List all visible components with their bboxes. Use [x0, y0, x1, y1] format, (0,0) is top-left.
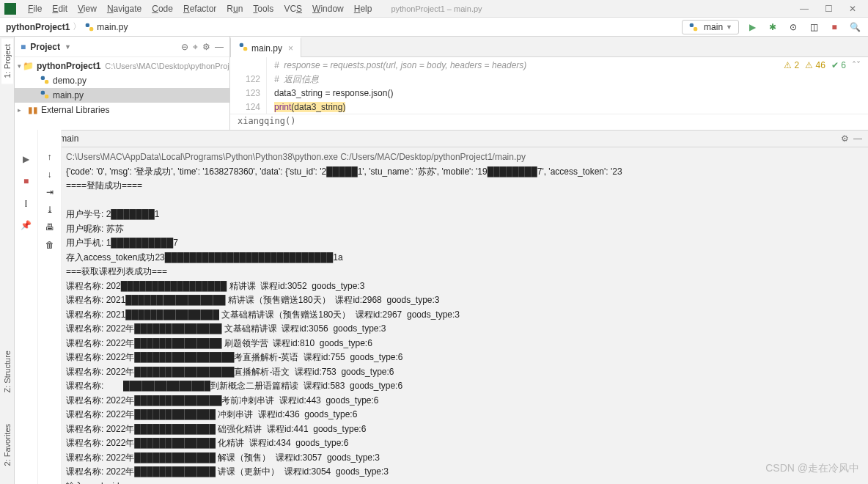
run-coverage-button[interactable]: ⊙	[786, 20, 801, 34]
svg-rect-3	[694, 27, 697, 31]
nav-bar: pythonProject1 〉 main.py main ▼ ▶ ✱ ⊙ ◫ …	[0, 18, 868, 37]
chevron-right-icon: ▸	[18, 106, 26, 114]
watermark: CSDN @走在冷风中	[765, 462, 859, 475]
menu-refactor[interactable]: Refactor	[179, 2, 221, 15]
menubar: File Edit View Navigate Code Refactor Ru…	[0, 0, 868, 18]
editor-tabbar: main.py ×	[230, 37, 868, 57]
chevron-down-icon: ▼	[726, 23, 732, 31]
menu-help[interactable]: Help	[350, 2, 377, 15]
tree-ext-label: External Libraries	[41, 105, 109, 115]
menu-window[interactable]: Window	[308, 2, 348, 15]
tree-ext-libs[interactable]: ▸ ▮▮ External Libraries	[15, 103, 229, 117]
scroll-button[interactable]: ⤓	[46, 205, 54, 215]
chevron-down-icon: ▾	[18, 62, 21, 70]
left-toolwindow-bar: 1: Project	[0, 37, 15, 130]
python-file-icon	[238, 42, 249, 54]
python-file-icon	[84, 22, 95, 32]
menu-run[interactable]: Run	[222, 2, 247, 15]
run-config-select[interactable]: main ▼	[682, 20, 739, 34]
profile-button[interactable]: ◫	[806, 20, 821, 34]
code-lines[interactable]: # response = requests.post(url, json = b…	[267, 57, 868, 114]
tree-file-name: main.py	[53, 90, 84, 100]
debug-button[interactable]: ✱	[765, 20, 780, 34]
gutter: 122 123 124	[230, 57, 267, 114]
svg-rect-6	[41, 90, 45, 94]
svg-rect-1	[89, 27, 93, 31]
up-button[interactable]: ↑	[48, 152, 52, 162]
editor-fn-crumb[interactable]: xiangqing()	[230, 114, 868, 130]
code-editor[interactable]: ⚠ 2 ⚠ 46 ✔ 6 ˄˅ 122 123 124 # response =…	[230, 57, 868, 114]
run-toolbar-left2: ↑ ↓ ⇥ ⤓ 🖶 🗑	[38, 130, 62, 484]
tree-root-name: pythonProject1	[37, 61, 100, 71]
tab-structure[interactable]: Z: Structure	[1, 345, 13, 398]
project-pane-header: ■ Project ▼ ⊖ ⌖ ⚙ —	[15, 37, 229, 57]
hide-icon[interactable]: —	[215, 42, 224, 52]
print-button[interactable]: 🖶	[45, 222, 54, 232]
tree-file-selected[interactable]: main.py	[15, 88, 229, 103]
minimize-icon[interactable]: —	[800, 4, 809, 14]
close-icon[interactable]: ✕	[849, 4, 856, 14]
editor-tab-main[interactable]: main.py ×	[230, 37, 301, 57]
menu-tools[interactable]: Tools	[249, 2, 278, 15]
run-toolbar-left: ▶ ■ ⫿ 📌	[15, 130, 38, 484]
svg-rect-8	[240, 43, 243, 47]
python-file-icon	[40, 75, 50, 87]
crumb-file[interactable]: main.py	[97, 22, 128, 32]
search-button[interactable]: 🔍	[847, 20, 862, 34]
rerun-button[interactable]: ▶	[19, 152, 34, 166]
tree-root-path: C:\Users\MAC\Desktop\pythonProject1	[105, 62, 229, 70]
tree-root[interactable]: ▾ 📁 pythonProject1 C:\Users\MAC\Desktop\…	[15, 59, 229, 73]
svg-rect-7	[45, 95, 48, 98]
run-config-name: main	[704, 22, 723, 32]
svg-rect-0	[86, 23, 89, 26]
run-button[interactable]: ▶	[745, 20, 760, 34]
tab-favorites[interactable]: 2: Favorites	[1, 418, 13, 472]
stop-button[interactable]: ■	[19, 174, 34, 188]
pin-button[interactable]: 📌	[19, 218, 34, 232]
window-title: pythonProject1 – main.py	[391, 4, 482, 13]
tree-file[interactable]: demo.py	[15, 73, 229, 88]
svg-rect-9	[243, 47, 247, 51]
editor-tab-label: main.py	[251, 43, 282, 54]
menu-file[interactable]: File	[23, 2, 46, 15]
wrap-button[interactable]: ⇥	[46, 187, 54, 197]
run-toolwindow: ▶ ■ ⫿ 📌 ↑ ↓ ⇥ ⤓ 🖶 🗑 C:\Users\MAC\AppData…	[0, 130, 868, 484]
down-button[interactable]: ↓	[48, 169, 52, 180]
tree-file-name: demo.py	[53, 76, 87, 86]
menu-vcs[interactable]: VCS	[279, 2, 306, 15]
gear-icon[interactable]: ⚙	[202, 42, 210, 52]
crumb-sep: 〉	[73, 21, 81, 33]
library-icon: ▮▮	[28, 105, 38, 115]
folder-icon: 📁	[23, 61, 34, 71]
python-file-icon	[40, 89, 50, 102]
layout-button[interactable]: ⫿	[19, 196, 34, 210]
clear-button[interactable]: 🗑	[45, 240, 54, 250]
app-logo-icon	[4, 3, 16, 15]
collapse-icon[interactable]: ⊖	[181, 42, 188, 52]
maximize-icon[interactable]: ☐	[825, 4, 833, 14]
menu-code[interactable]: Code	[147, 2, 177, 15]
console-output[interactable]: C:\Users\MAC\AppData\Local\Programs\Pyth…	[62, 130, 868, 484]
menu-navigate[interactable]: Navigate	[103, 2, 146, 15]
svg-rect-2	[690, 23, 694, 26]
main-area: 1: Project ■ Project ▼ ⊖ ⌖ ⚙ — ▾ 📁 pytho…	[0, 37, 868, 130]
project-view-icon: ■	[21, 42, 26, 52]
stop-button[interactable]: ■	[827, 20, 842, 34]
python-icon	[688, 22, 699, 32]
editor-pane: main.py × ⚠ 2 ⚠ 46 ✔ 6 ˄˅ 122 123 124 # …	[230, 37, 868, 130]
select-file-icon[interactable]: ⌖	[193, 42, 198, 52]
crumb-project[interactable]: pythonProject1	[6, 22, 70, 32]
tab-project[interactable]: 1: Project	[1, 38, 13, 84]
svg-rect-4	[41, 76, 45, 79]
project-tree[interactable]: ▾ 📁 pythonProject1 C:\Users\MAC\Desktop\…	[15, 57, 229, 130]
close-tab-icon[interactable]: ×	[288, 43, 293, 54]
chevron-down-icon[interactable]: ▼	[65, 43, 71, 51]
project-pane: ■ Project ▼ ⊖ ⌖ ⚙ — ▾ 📁 pythonProject1 C…	[15, 37, 230, 130]
project-pane-title: Project	[30, 42, 60, 52]
svg-rect-5	[45, 80, 48, 84]
menu-edit[interactable]: Edit	[48, 2, 72, 15]
menu-view[interactable]: View	[73, 2, 101, 15]
